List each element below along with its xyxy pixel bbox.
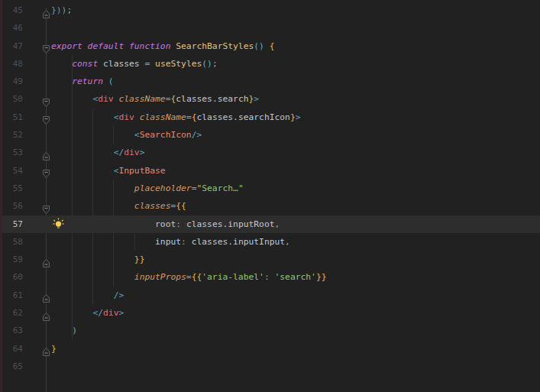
line-number[interactable]: 57 [0, 215, 23, 233]
line-number[interactable]: 58 [0, 233, 23, 251]
code-text[interactable]: placeholder="Search…" [51, 180, 244, 197]
code-line[interactable]: 57 root: classes.inputRoot, [0, 215, 540, 233]
code-line[interactable]: 55 placeholder="Search…" [0, 180, 540, 197]
fold-end-icon[interactable] [42, 255, 50, 265]
line-number[interactable]: 46 [0, 19, 23, 37]
line-number[interactable]: 59 [0, 251, 23, 268]
code-text[interactable]: /> [51, 287, 124, 304]
code-line[interactable]: 61 /> [0, 287, 540, 304]
code-line[interactable]: 63 ) [0, 322, 540, 339]
code-text[interactable]: }} [51, 251, 144, 268]
line-number[interactable]: 47 [0, 37, 23, 55]
code-line[interactable]: 47export default function SearchBarStyle… [0, 37, 540, 55]
lightbulb-icon[interactable] [52, 218, 65, 231]
code-text[interactable]: <div className={classes.searchIcon}> [51, 109, 301, 126]
code-line[interactable]: 62 </div> [0, 304, 540, 322]
fold-expanded-icon[interactable] [42, 95, 50, 105]
line-number[interactable]: 48 [0, 55, 23, 73]
line-number[interactable]: 49 [0, 73, 23, 90]
fold-end-icon[interactable] [42, 6, 50, 16]
code-line[interactable]: 54 <InputBase [0, 162, 540, 180]
fold-end-icon[interactable] [42, 290, 50, 300]
line-number[interactable]: 60 [0, 268, 23, 286]
code-text[interactable]: const classes = useStyles(); [51, 55, 218, 73]
fold-expanded-icon[interactable] [42, 166, 50, 176]
code-line[interactable]: 56 classes={{ [0, 197, 540, 215]
code-text[interactable]: inputProps={{'aria-label': 'search'}} [51, 268, 327, 286]
code-line[interactable]: 45})); [0, 2, 540, 19]
code-text[interactable]: } [51, 340, 57, 358]
code-text[interactable]: export default function SearchBarStyles(… [51, 37, 275, 55]
code-line[interactable]: 59 }} [0, 251, 540, 268]
code-text[interactable]: })); [51, 2, 72, 19]
code-text[interactable]: <InputBase [51, 162, 166, 180]
code-editor[interactable]: 45}));4647export default function Search… [0, 0, 540, 392]
line-number[interactable]: 54 [0, 162, 23, 180]
code-line[interactable]: 60 inputProps={{'aria-label': 'search'}} [0, 268, 540, 286]
code-line[interactable]: 51 <div className={classes.searchIcon}> [0, 109, 540, 126]
line-number[interactable]: 55 [0, 180, 23, 197]
code-text[interactable]: root: classes.inputRoot, [51, 215, 280, 233]
code-line[interactable]: 46 [0, 19, 540, 37]
editor-lines: 45}));4647export default function Search… [0, 2, 540, 375]
fold-expanded-icon[interactable] [42, 202, 50, 212]
code-text[interactable]: input: classes.inputInput, [51, 233, 290, 251]
code-line[interactable]: 58 input: classes.inputInput, [0, 233, 540, 251]
line-number[interactable]: 53 [0, 144, 23, 161]
fold-end-icon[interactable] [42, 344, 50, 354]
fold-end-icon[interactable] [42, 148, 50, 158]
line-number[interactable]: 65 [0, 358, 23, 375]
code-text[interactable]: <SearchIcon/> [51, 126, 202, 144]
code-text[interactable]: </div> [51, 144, 144, 161]
fold-expanded-icon[interactable] [42, 112, 50, 122]
code-line[interactable]: 48 const classes = useStyles(); [0, 55, 540, 73]
line-number[interactable]: 63 [0, 322, 23, 339]
fold-expanded-icon[interactable] [42, 41, 50, 51]
code-text[interactable]: return ( [51, 73, 114, 90]
code-text[interactable]: ) [51, 322, 77, 339]
code-line[interactable]: 53 </div> [0, 144, 540, 161]
code-line[interactable]: 49 return ( [0, 73, 540, 90]
code-text[interactable]: <div className={classes.search}> [51, 90, 259, 108]
code-text[interactable]: </div> [51, 304, 124, 322]
line-number[interactable]: 50 [0, 90, 23, 108]
line-number[interactable]: 52 [0, 126, 23, 144]
code-line[interactable]: 50 <div className={classes.search}> [0, 90, 540, 108]
code-line[interactable]: 64} [0, 340, 540, 358]
line-number[interactable]: 51 [0, 109, 23, 126]
line-number[interactable]: 62 [0, 304, 23, 322]
fold-end-icon[interactable] [42, 309, 50, 319]
code-text[interactable]: classes={{ [51, 197, 186, 215]
code-line[interactable]: 52 <SearchIcon/> [0, 126, 540, 144]
code-line[interactable]: 65 [0, 358, 540, 375]
line-number[interactable]: 64 [0, 340, 23, 358]
line-number[interactable]: 61 [0, 287, 23, 304]
line-number[interactable]: 45 [0, 2, 23, 19]
left-edge-stripe [0, 0, 2, 392]
line-number[interactable]: 56 [0, 197, 23, 215]
